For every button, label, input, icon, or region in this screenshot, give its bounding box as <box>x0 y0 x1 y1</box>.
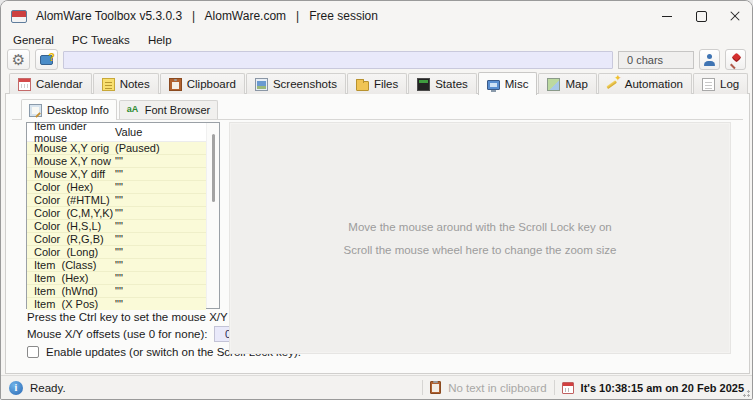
table-row[interactable]: Color (H,S,L) "" <box>27 220 206 233</box>
table-row[interactable]: Item (Class) "" <box>27 259 206 272</box>
tab-states[interactable]: States <box>408 73 477 94</box>
table-row[interactable]: Item (hWnd) "" <box>27 285 206 298</box>
tab-label: Notes <box>120 78 150 90</box>
table-row[interactable]: Mouse X,Y diff "" <box>27 168 206 181</box>
main-tabstrip: Calendar Notes Clipboard Screenshots Fil… <box>9 71 748 94</box>
datetime-status[interactable]: It's 10:38:15 am on 20 Feb 2025 <box>581 382 744 394</box>
row-value: "" <box>115 246 206 258</box>
subtab-desktop-info[interactable]: Desktop Info <box>21 99 117 120</box>
tab-icon <box>547 78 560 91</box>
help-button[interactable] <box>35 49 58 70</box>
tab-label: Log <box>720 78 739 90</box>
zoom-hint-line2: Scroll the mouse wheel here to change th… <box>344 244 617 256</box>
tab-label: States <box>435 78 468 90</box>
row-item-label: Color (#HTML) <box>27 194 115 206</box>
row-item-label: Color (Long) <box>27 246 115 258</box>
tab-icon <box>702 78 715 91</box>
app-window: AlomWare Toolbox v5.3.0.3 | AlomWare.com… <box>0 0 753 400</box>
column-header-value[interactable]: Value <box>115 126 219 138</box>
subtab-icon <box>127 104 140 117</box>
tab-misc[interactable]: Misc <box>478 72 538 95</box>
datetime-icon[interactable] <box>562 382 574 394</box>
titlebar-minimize-button[interactable] <box>650 1 684 31</box>
pushpin-icon <box>729 53 742 66</box>
menu-general[interactable]: General <box>4 33 63 47</box>
mouse-zoom-panel[interactable]: Move the mouse around with the Scroll Lo… <box>229 122 731 354</box>
misc-page: Desktop Info Font Browser Item under mou… <box>5 93 750 374</box>
resize-grip[interactable] <box>741 388 750 397</box>
tab-icon <box>417 78 430 91</box>
table-scrollbar[interactable] <box>206 123 219 308</box>
titlebar-close-button[interactable] <box>718 1 752 31</box>
enable-updates-checkbox[interactable] <box>27 346 39 358</box>
table-row[interactable]: Item (X Pos) "" <box>27 298 206 310</box>
menu-pc-tweaks[interactable]: PC Tweaks <box>63 33 139 47</box>
settings-button[interactable] <box>7 49 30 70</box>
row-item-label: Color (Hex) <box>27 181 115 193</box>
table-header: Item under mouse Value <box>27 123 219 142</box>
row-item-label: Item (Hex) <box>27 272 115 284</box>
table-row[interactable]: Color (Hex) "" <box>27 181 206 194</box>
row-value: "" <box>115 272 206 284</box>
table-row[interactable]: Color (Long) "" <box>27 246 206 259</box>
tab-label: Files <box>374 78 398 90</box>
tab-icon <box>487 80 500 90</box>
subtab-font-browser[interactable]: Font Browser <box>119 100 218 119</box>
table-row[interactable]: Mouse X,Y orig (Paused) <box>27 142 206 155</box>
user-icon <box>703 54 716 66</box>
clipboard-status-icon <box>430 381 441 394</box>
row-value: "" <box>115 220 206 232</box>
tab-calendar[interactable]: Calendar <box>9 73 92 94</box>
row-value: (Paused) <box>115 142 206 154</box>
tab-log[interactable]: Log <box>693 73 748 94</box>
row-value: "" <box>115 298 206 310</box>
info-icon <box>9 381 23 395</box>
tab-screenshots[interactable]: Screenshots <box>246 73 346 94</box>
table-row[interactable]: Color (#HTML) "" <box>27 194 206 207</box>
scrollbar-thumb[interactable] <box>212 134 215 202</box>
tab-icon <box>356 81 369 91</box>
table-row[interactable]: Item (Hex) "" <box>27 272 206 285</box>
menu-help[interactable]: Help <box>139 33 181 47</box>
statusbar-right: No text in clipboard It's 10:38:15 am on… <box>422 380 744 395</box>
clipboard-status: No text in clipboard <box>448 382 546 394</box>
row-item-label: Mouse X,Y diff <box>27 168 115 180</box>
row-value: "" <box>115 259 206 271</box>
statusbar: Ready. No text in clipboard It's 10:38:1… <box>1 375 752 399</box>
row-value: "" <box>115 207 206 219</box>
subtab-divider <box>12 119 743 120</box>
row-value: "" <box>115 181 206 193</box>
titlebar-maximize-button[interactable] <box>684 1 718 31</box>
tab-files[interactable]: Files <box>347 73 407 94</box>
tab-map[interactable]: Map <box>538 73 596 94</box>
column-header-item[interactable]: Item under mouse <box>27 120 115 144</box>
table-row[interactable]: Color (R,G,B) "" <box>27 233 206 246</box>
pin-button[interactable] <box>725 49 746 70</box>
row-item-label: Item (X Pos) <box>27 298 115 310</box>
window-title: AlomWare Toolbox v5.3.0.3 | AlomWare.com… <box>36 9 378 23</box>
misc-subtabstrip: Desktop Info Font Browser <box>21 97 220 119</box>
tab-automation[interactable]: Automation <box>598 73 692 94</box>
row-item-label: Color (R,G,B) <box>27 233 115 245</box>
subtab-icon <box>29 104 42 117</box>
row-item-label: Color (C,M,Y,K) <box>27 207 115 219</box>
tab-icon <box>169 78 182 91</box>
row-item-label: Mouse X,Y now <box>27 155 115 167</box>
status-ready: Ready. <box>30 382 66 394</box>
tab-label: Map <box>565 78 587 90</box>
window-controls <box>650 1 752 31</box>
row-item-label: Mouse X,Y orig <box>27 142 115 154</box>
quick-action-input[interactable] <box>63 51 613 69</box>
user-button[interactable] <box>699 49 720 70</box>
tab-label: Automation <box>625 78 683 90</box>
table-row[interactable]: Mouse X,Y now "" <box>27 155 206 168</box>
char-counter: 0 chars <box>618 51 694 69</box>
table-row[interactable]: Color (C,M,Y,K) "" <box>27 207 206 220</box>
tab-icon <box>18 78 31 91</box>
tab-notes[interactable]: Notes <box>93 73 159 94</box>
tab-icon <box>102 78 115 91</box>
titlebar: AlomWare Toolbox v5.3.0.3 | AlomWare.com… <box>1 1 752 31</box>
row-value: "" <box>115 168 206 180</box>
app-help-icon <box>40 55 53 65</box>
tab-clipboard[interactable]: Clipboard <box>160 73 245 94</box>
